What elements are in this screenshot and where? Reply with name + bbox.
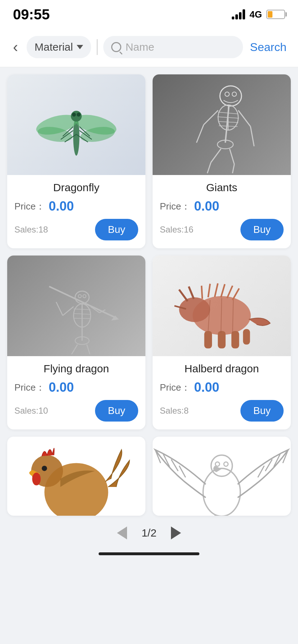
price-value: 0.00 [194,199,219,214]
svg-point-15 [225,92,229,96]
battery-icon [266,10,285,19]
product-image-flying-dragon [7,256,145,356]
svg-line-59 [227,286,232,298]
svg-line-27 [250,126,254,146]
price-label: Price： [14,200,45,213]
price-value: 0.00 [49,199,74,214]
next-page-button[interactable] [171,526,181,539]
svg-line-24 [204,110,218,125]
filter-pill[interactable]: Material [27,36,91,58]
buy-button-giants[interactable]: Buy [240,219,284,240]
product-name: Dragonfly [14,181,138,194]
network-label: 4G [249,9,262,20]
partial-row [0,437,298,516]
svg-point-74 [203,468,240,516]
product-image-dragonfly [7,74,145,175]
svg-line-86 [210,515,216,516]
product-price-row: Price： 0.00 [14,380,138,395]
svg-point-6 [72,113,76,117]
buy-button-halberd-dragon[interactable]: Buy [240,400,284,422]
product-grid: Dragonfly Price： 0.00 Sales:18 Buy [0,67,298,429]
product-card-flying-dragon: Flying dragon Price： 0.00 Sales:10 Buy [7,256,145,429]
product-info-flying-dragon: Flying dragon Price： 0.00 Sales:10 Buy [7,356,145,429]
product-card-dragonfly: Dragonfly Price： 0.00 Sales:18 Buy [7,74,145,248]
product-info-dragonfly: Dragonfly Price： 0.00 Sales:18 Buy [7,175,145,248]
svg-point-41 [78,295,81,298]
product-info-giants: Giants Price： 0.00 Sales:16 Buy [153,175,291,248]
status-time: 09:55 [13,6,50,23]
svg-line-53 [189,286,194,299]
product-bottom-row: Sales:18 Buy [14,219,138,240]
svg-point-51 [179,297,210,322]
search-input-wrap[interactable]: Name [103,36,243,58]
svg-line-57 [215,284,218,297]
svg-line-43 [63,307,73,316]
product-image-halberd-dragon [153,256,291,356]
svg-line-89 [226,515,231,516]
search-icon [111,42,121,52]
svg-line-49 [87,345,90,354]
buy-button-flying-dragon[interactable]: Buy [95,400,138,422]
svg-point-7 [77,113,81,117]
filter-label: Material [35,41,73,53]
product-name: Flying dragon [14,363,138,375]
product-price-row: Price： 0.00 [160,199,284,214]
filter-arrow-icon [77,45,83,49]
product-bottom-row: Sales:8 Buy [160,400,284,422]
svg-point-42 [83,295,86,298]
svg-line-52 [179,290,188,301]
svg-line-48 [72,345,77,354]
home-bar [99,552,199,555]
product-bottom-row: Sales:10 Buy [14,400,138,422]
price-label: Price： [14,381,45,394]
partial-image-eagle [153,437,291,516]
price-value: 0.00 [194,380,219,395]
svg-line-29 [211,149,221,162]
product-name: Halberd dragon [160,363,284,375]
divider [97,39,98,55]
svg-line-32 [232,164,234,173]
product-card-giants: Giants Price： 0.00 Sales:16 Buy [153,74,291,248]
sales-text: Sales:16 [160,225,193,235]
price-label: Price： [160,200,190,213]
product-bottom-row: Sales:16 Buy [160,219,284,240]
battery-fill [268,11,272,18]
sales-text: Sales:18 [14,225,48,235]
svg-line-39 [74,318,90,318]
price-value: 0.00 [49,380,74,395]
svg-line-55 [202,286,202,299]
sales-text: Sales:8 [160,406,189,416]
prev-page-button[interactable] [117,526,127,539]
price-label: Price： [160,381,190,394]
svg-point-70 [32,473,41,485]
product-image-giants [153,74,291,175]
product-info-halberd-dragon: Halberd dragon Price： 0.00 Sales:8 Buy [153,356,291,429]
svg-line-37 [73,309,90,310]
product-price-row: Price： 0.00 [14,199,138,214]
svg-line-58 [221,284,225,298]
svg-line-60 [232,289,239,300]
sales-text: Sales:10 [14,406,48,416]
buy-button-dragonfly[interactable]: Buy [95,219,138,240]
product-card-halberd-dragon: Halberd dragon Price： 0.00 Sales:8 Buy [153,256,291,429]
partial-card-rooster [7,437,145,516]
svg-rect-61 [204,331,212,348]
search-placeholder: Name [126,41,154,53]
svg-line-44 [56,302,63,316]
svg-point-83 [211,455,232,476]
svg-line-56 [208,284,210,298]
status-bar: 09:55 4G [0,0,298,29]
svg-line-38 [73,314,90,314]
svg-rect-64 [243,329,250,345]
svg-point-71 [42,465,47,471]
svg-point-85 [224,462,228,466]
svg-point-84 [215,462,220,466]
svg-line-31 [230,149,234,164]
search-bar-area: ‹ Material Name Search [0,29,298,67]
back-button[interactable]: ‹ [10,40,21,55]
svg-point-16 [232,92,236,96]
product-name: Giants [160,181,284,194]
search-button[interactable]: Search [249,41,288,54]
pagination: 1/2 [0,516,298,547]
status-icons: 4G [232,9,285,20]
